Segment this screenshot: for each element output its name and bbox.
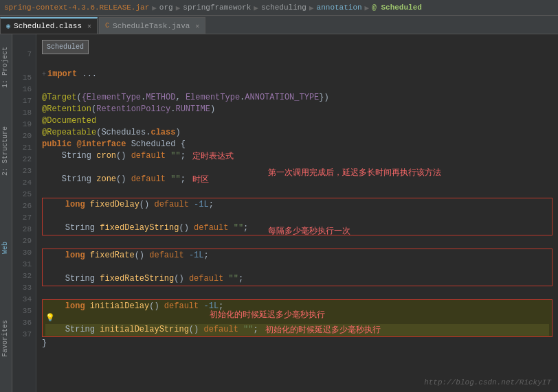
code-line-32 [42,287,553,299]
main-content: 7 15 16 17 18 19 20 21 22 23 24 25 26 27… [12,34,558,392]
code-line-25: long fixedDelay () default -1L ; 第一次调用完成… [45,199,549,211]
tab-close-scheduled[interactable]: ✕ [87,22,91,30]
code-line-16: @Target ( {ElementType . METHOD , Elemen… [42,92,553,104]
breadcrumb-scheduling: scheduling [261,3,306,12]
code-line-34: 💡 [45,312,549,324]
breadcrumb-springframework: springframework [183,3,251,12]
title-bar: spring-context-4.3.6.RELEASE.jar ▶ org ▶… [0,0,558,16]
code-line-27: String fixedDelayString () default "" ; [45,222,549,234]
code-line-36: } [42,338,553,349]
code-line-23: String zone () default "" ; 时区 [42,174,553,185]
line-numbers: 7 15 16 17 18 19 20 21 22 23 24 25 26 27… [12,34,36,392]
tab-icon-class: ◉ [6,22,10,30]
code-line-22 [42,162,553,174]
breadcrumb-scheduled: @ Scheduled [372,3,422,12]
cn-cron: 定时表达式 [192,150,234,162]
sidebar-web[interactable]: Web [0,236,12,260]
sidebar-structure[interactable]: 2: Structure [0,121,12,181]
code-line-18: @Documented [42,115,553,127]
code-line-import: + import ... [42,69,553,80]
code-line-19: @Repeatable ( Schedules . class ) [42,127,553,139]
breadcrumb-jar: spring-context-4.3.6.RELEASE.jar [4,3,149,12]
cn-initial-delay: 初始化的时候延迟多少毫秒执行 [265,324,381,336]
ann-target: @Target [42,92,76,104]
scheduled-badge: Scheduled [42,40,89,54]
tab-schedule-task[interactable]: C ScheduleTask.java ✕ [99,17,205,34]
url-watermark: http://blog.csdn.net/RickyIT [424,377,551,389]
code-line-26 [45,211,549,222]
code-line-29: long fixedRate () default -1L ; 每隔多少毫秒执行… [45,250,549,262]
fixed-delay-box: long fixedDelay () default -1L ; 第一次调用完成… [42,198,553,235]
code-line-37 [42,349,553,361]
tab-close-task[interactable]: ✕ [195,22,199,30]
breadcrumb-annotation: annotation [317,3,362,12]
tab-bar: ◉ Scheduled.class ✕ C ScheduleTask.java … [0,16,558,34]
fixed-rate-box: long fixedRate () default -1L ; 每隔多少毫秒执行… [42,249,553,286]
code-line-28 [42,236,553,248]
code-badge-line: Scheduled [42,37,553,57]
breadcrumb-org: org [159,3,173,12]
cn-zone: 时区 [192,174,209,185]
initial-delay-box: long initialDelay () default -1L ; 💡 Str… [42,299,553,337]
code-line-21: String cron () default "" ; 定时表达式 [42,150,553,162]
code-line-33: long initialDelay () default -1L ; [45,301,549,312]
sidebar-project[interactable]: 1: Project [0,41,12,93]
tab-label-scheduled: Scheduled.class [14,22,82,30]
tab-scheduled-class[interactable]: ◉ Scheduled.class ✕ [0,17,98,34]
code-line-20: public @interface Scheduled { [42,139,553,150]
code-line-35: String initialDelayString () default "" … [45,324,549,336]
code-area[interactable]: Scheduled + import ... @Target ( {Elemen… [36,34,558,392]
left-sidebar: 1: Project 2: Structure Web Favorites [0,34,12,392]
fold-icon[interactable]: + [42,69,46,80]
code-line-17: @Retention ( RetentionPolicy . RUNTIME ) [42,104,553,115]
bulb-icon: 💡 [45,312,55,324]
tab-icon-java: C [105,22,109,30]
code-line-7 [42,57,553,69]
code-line-empty1 [42,80,553,92]
kw-import: import [47,69,77,80]
code-line-30 [45,262,549,273]
code-line-31: String fixedRateString () default "" ; [45,273,549,285]
breadcrumb: spring-context-4.3.6.RELEASE.jar ▶ org ▶… [4,3,422,12]
sidebar-favorites[interactable]: Favorites [0,314,12,362]
code-line-24 [42,185,553,197]
tab-label-task: ScheduleTask.java [113,22,190,30]
